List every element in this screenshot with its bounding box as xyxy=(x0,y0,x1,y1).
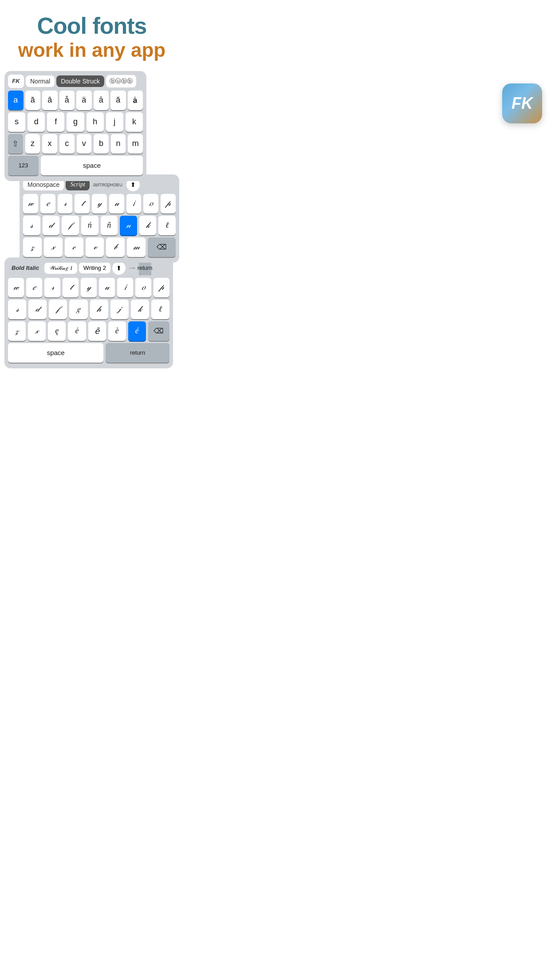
key-c[interactable]: c xyxy=(59,134,75,154)
key-t3[interactable]: 𝓉 xyxy=(63,278,79,297)
key-y2[interactable]: 𝓎 xyxy=(92,194,107,213)
key-x2[interactable]: 𝓍 xyxy=(44,237,63,257)
key-z2[interactable]: 𝓏 xyxy=(23,237,42,257)
key-a-circumflex[interactable]: â xyxy=(42,91,58,110)
key-c2[interactable]: 𝒸 xyxy=(65,237,83,257)
key-j[interactable]: j xyxy=(106,112,123,132)
key-f2[interactable]: 𝒻 xyxy=(62,216,79,235)
key-a-breve[interactable]: ă xyxy=(25,91,41,110)
key-e-cedilla[interactable]: ę xyxy=(48,321,66,341)
key-x[interactable]: x xyxy=(42,134,57,154)
key-v[interactable]: v xyxy=(77,134,92,154)
key-a-macron[interactable]: ā xyxy=(94,91,109,110)
key-n[interactable]: n xyxy=(111,134,126,154)
key-n-tilde-2[interactable]: ñ xyxy=(101,216,118,235)
key-g3[interactable]: 𝑔 xyxy=(69,300,87,319)
key-l2[interactable]: ℓ xyxy=(158,216,176,235)
tab-normal[interactable]: Normal xyxy=(26,75,55,87)
key-h3[interactable]: 𝒽 xyxy=(90,300,108,319)
key-d2[interactable]: 𝒹 xyxy=(43,216,60,235)
key-d3[interactable]: 𝒹 xyxy=(28,300,47,319)
tab-cyrillic[interactable]: аитяopнов∪ xyxy=(91,182,125,188)
key-j3[interactable]: 𝒿 xyxy=(110,300,129,319)
key-shift[interactable]: ⇧ xyxy=(8,134,23,154)
key-row-zxcv-2: 𝓏 𝓍 𝒸 𝓋 𝒷 𝓂 ⌫ xyxy=(23,237,176,257)
key-u2[interactable]: 𝓊 xyxy=(109,194,124,213)
key-e-dot[interactable]: ė xyxy=(68,321,86,341)
key-z[interactable]: z xyxy=(25,134,40,154)
title-line2: work in any app xyxy=(9,39,175,62)
tab-writing2[interactable]: Writing 2 xyxy=(79,262,110,273)
key-space-3[interactable]: space xyxy=(8,343,103,363)
key-s3[interactable]: 𝓈 xyxy=(8,300,26,319)
key-space-1[interactable]: space xyxy=(41,156,143,175)
keyboard-1: FK Normal Double Struck ⓑⓤⓑⓑ a ă â å ä ā… xyxy=(4,71,146,181)
key-h[interactable]: h xyxy=(87,112,104,132)
tab-return[interactable]: return xyxy=(139,261,151,275)
accent-row: a ă â å ä ā ă ȧ xyxy=(8,91,143,110)
key-m[interactable]: m xyxy=(128,134,143,154)
key-p3[interactable]: 𝓅 xyxy=(153,278,169,297)
key-g[interactable]: g xyxy=(67,112,84,132)
key-e2[interactable]: 𝑒 xyxy=(40,194,55,213)
key-row-qwerty-2: 𝓌 𝑒 𝓇 𝓉 𝓎 𝓊 𝑖 𝑜 𝓅 xyxy=(23,194,176,213)
key-w2[interactable]: 𝓌 xyxy=(23,194,38,213)
key-i2[interactable]: 𝑖 xyxy=(126,194,142,213)
key-o3[interactable]: 𝑜 xyxy=(135,278,151,297)
key-m2[interactable]: 𝓂 xyxy=(127,237,146,257)
key-f[interactable]: f xyxy=(47,112,64,132)
key-i3[interactable]: 𝑖 xyxy=(117,278,133,297)
key-r3[interactable]: 𝓇 xyxy=(44,278,60,297)
key-e-acute-active[interactable]: é xyxy=(128,321,146,341)
key-row-asdf-3: 𝓈 𝒹 𝒻 𝑔 𝒽 𝒿 𝓀 ℓ xyxy=(8,300,169,319)
key-row-sdfghjk: s d f g h j k xyxy=(8,112,143,132)
key-n2-active[interactable]: 𝓃 xyxy=(120,216,137,235)
key-n-acute-2[interactable]: ń xyxy=(81,216,98,235)
tab-double-struck[interactable]: Double Struck xyxy=(56,75,104,87)
key-e-tilde[interactable]: ẽ xyxy=(88,321,106,341)
key-a-breve2[interactable]: ă xyxy=(110,91,126,110)
font-tabs-1: FK Normal Double Struck ⓑⓤⓑⓑ xyxy=(8,75,143,88)
key-s2[interactable]: 𝓈 xyxy=(23,216,40,235)
key-123[interactable]: 123 xyxy=(8,156,39,175)
key-u3[interactable]: 𝓊 xyxy=(99,278,115,297)
key-return-3[interactable]: return xyxy=(106,343,169,363)
share-button-3[interactable]: ⬆ xyxy=(112,261,126,275)
tab-dotdot[interactable]: ··~ xyxy=(127,263,137,273)
key-f3[interactable]: 𝒻 xyxy=(49,300,67,319)
tab-bold-italic[interactable]: Bold Italic xyxy=(8,262,43,273)
key-r2[interactable]: 𝓇 xyxy=(58,194,73,213)
key-z3[interactable]: 𝓏 xyxy=(8,321,26,341)
key-a-active[interactable]: a xyxy=(8,91,24,110)
font-tabs-3: Bold Italic 𝒲𝓇𝒾𝓉𝒾𝓃𝑔 1 Writing 2 ⬆ ··~ re… xyxy=(8,261,169,275)
header: Cool fonts work in any app xyxy=(0,0,184,71)
fk-badge[interactable]: FK xyxy=(8,75,24,88)
key-y3[interactable]: 𝓎 xyxy=(81,278,97,297)
key-a-dot[interactable]: ȧ xyxy=(128,91,143,110)
key-b[interactable]: b xyxy=(94,134,109,154)
key-w3[interactable]: 𝓌 xyxy=(8,278,24,297)
key-o2[interactable]: 𝑜 xyxy=(143,194,158,213)
key-s[interactable]: s xyxy=(8,112,25,132)
key-e3[interactable]: 𝑒 xyxy=(26,278,42,297)
key-row-asdf-2: 𝓈 𝒹 𝒻 ń ñ 𝓃 𝓀 ℓ xyxy=(23,216,176,235)
key-l3[interactable]: ℓ xyxy=(151,300,169,319)
key-k[interactable]: k xyxy=(126,112,143,132)
key-a-umlaut[interactable]: ä xyxy=(76,91,92,110)
tab-writing1[interactable]: 𝒲𝓇𝒾𝓉𝒾𝓃𝑔 1 xyxy=(44,262,77,274)
key-b2[interactable]: 𝒷 xyxy=(106,237,125,257)
key-row-accent-3: 𝓏 𝓍 ę ė ẽ è é ⌫ xyxy=(8,321,169,341)
key-d[interactable]: d xyxy=(28,112,45,132)
key-t2[interactable]: 𝓉 xyxy=(75,194,90,213)
key-x3[interactable]: 𝓍 xyxy=(28,321,46,341)
key-k2[interactable]: 𝓀 xyxy=(139,216,157,235)
key-row-qwerty-3: 𝓌 𝑒 𝓇 𝓉 𝓎 𝓊 𝑖 𝑜 𝓅 xyxy=(8,278,169,297)
key-p2[interactable]: 𝓅 xyxy=(161,194,176,213)
tab-bubble[interactable]: ⓑⓤⓑⓑ xyxy=(106,75,136,87)
key-backspace-3[interactable]: ⌫ xyxy=(148,321,169,341)
key-e-grave[interactable]: è xyxy=(108,321,126,341)
key-v2[interactable]: 𝓋 xyxy=(86,237,104,257)
key-k3[interactable]: 𝓀 xyxy=(131,300,149,319)
key-a-ring[interactable]: å xyxy=(59,91,75,110)
key-backspace-2[interactable]: ⌫ xyxy=(148,237,176,257)
